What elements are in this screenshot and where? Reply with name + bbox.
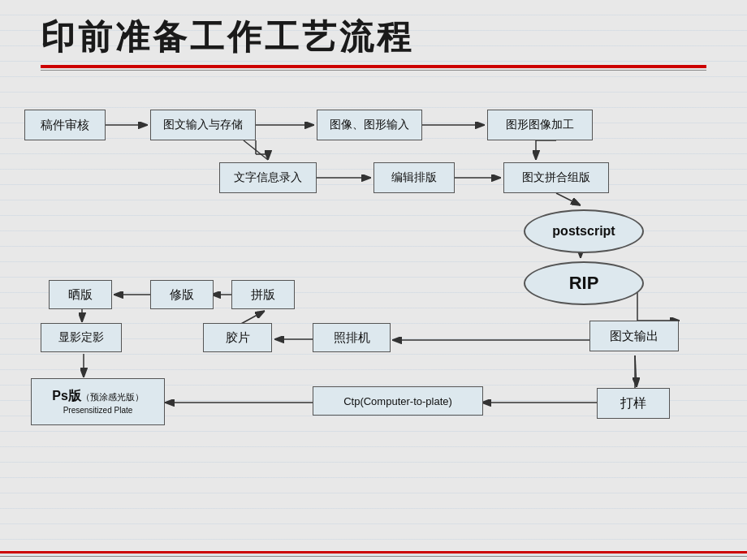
title-underline-red: [41, 65, 706, 68]
box-zhaopaji: 照排机: [313, 323, 391, 352]
box-jiaopian: 胶片: [203, 323, 272, 352]
page: 印前准备工作工艺流程: [0, 0, 747, 560]
box-ctp: Ctp(Computer-to-plate): [313, 386, 483, 416]
svg-line-12: [556, 193, 581, 205]
box-bianji-paiban: 编辑排版: [374, 162, 455, 193]
box-gaojian: 稿件审核: [24, 110, 106, 140]
bottom-gray-line: [0, 556, 747, 557]
title-section: 印前准备工作工艺流程: [41, 15, 706, 71]
box-tuwenshuchu: 图文输入与存储: [150, 110, 256, 140]
box-shaiban: 晒版: [49, 280, 112, 309]
box-xianying: 显影定影: [41, 323, 122, 352]
svg-line-6: [244, 140, 268, 160]
page-title: 印前准备工作工艺流程: [41, 15, 706, 60]
box-postscript: postscript: [524, 209, 644, 253]
bottom-red-line: [0, 551, 747, 554]
box-wenzi-input: 文字信息录入: [219, 162, 317, 193]
box-tuxing-jiagong: 图形图像加工: [487, 110, 593, 140]
box-pinban: 拼版: [231, 280, 295, 309]
box-xiuban: 修版: [150, 280, 214, 309]
box-rip: RIP: [524, 261, 644, 305]
box-ps-plate: Ps版（预涂感光版） Presensitized Plate: [31, 378, 165, 425]
svg-line-26: [635, 355, 637, 387]
title-underline-gray: [41, 70, 706, 71]
box-tuxing-input: 图像、图形输入: [317, 110, 422, 140]
box-tuwenshuchu-out: 图文输出: [589, 321, 679, 351]
box-tuwenpinhe: 图文拼合组版: [503, 162, 609, 193]
box-dayang: 打样: [597, 388, 670, 419]
